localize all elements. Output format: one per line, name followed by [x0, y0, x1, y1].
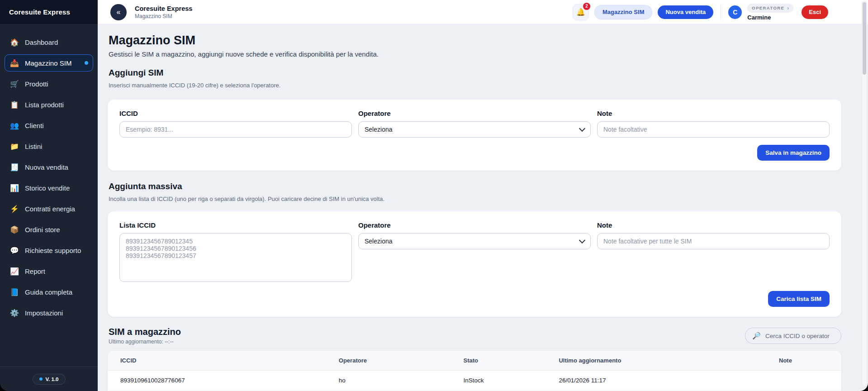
sidebar-item-prodotti[interactable]: 🛒 Prodotti: [5, 75, 93, 92]
operator-select[interactable]: Seleziona: [358, 121, 591, 138]
iccid-input[interactable]: [119, 121, 352, 138]
column-header: ICCID: [108, 351, 335, 371]
main-area: « Coresuite Express Magazzino SIM 🔔 2 Ma…: [98, 0, 868, 391]
sidebar-item-clienti[interactable]: 👥 Clienti: [5, 117, 93, 134]
sidebar-item-label: Storico vendite: [25, 184, 70, 192]
topbar-titles: Coresuite Express Magazzino SIM: [135, 5, 192, 19]
sidebar-item-label: Clienti: [25, 122, 44, 129]
role-pill[interactable]: OPERATORE ›: [747, 4, 793, 13]
note-label: Note: [597, 110, 830, 117]
chevron-down-icon: [579, 125, 585, 131]
sidebar-header: Coresuite Express: [0, 0, 98, 24]
sidebar-item-impostazioni[interactable]: ⚙️ Impostazioni: [5, 304, 93, 321]
stock-titles: SIM a magazzino Ultimo aggiornamento: --…: [108, 327, 181, 345]
sidebar-item-magazzino-sim[interactable]: 📥 Magazzino SIM: [5, 54, 93, 72]
add-sim-actions: Salva in magazzino: [119, 145, 830, 161]
sidebar-item-lista-prodotti[interactable]: 📋 Lista prodotti: [5, 96, 93, 113]
book-icon: 📘: [9, 288, 19, 296]
nuova-vendita-button[interactable]: Nuova vendita: [658, 5, 713, 19]
column-header: Ultimo aggiornamento: [555, 351, 775, 371]
sidebar-item-label: Dashboard: [25, 38, 58, 46]
avatar[interactable]: C: [728, 5, 742, 19]
topbar-actions: 🔔 2 Magazzino SIM Nuova vendita C OPERAT…: [573, 4, 828, 21]
status-dot: [39, 377, 43, 381]
sidebar-item-label: Impostazioni: [25, 309, 63, 317]
bulk-note-input[interactable]: [597, 233, 830, 249]
sidebar-item-label: Guida completa: [25, 288, 72, 296]
folder-icon: 📁: [9, 142, 19, 151]
table-row[interactable]: 8939109610028776067hoInStock26/01/2026 1…: [108, 371, 841, 391]
bar-chart-icon: 📊: [9, 184, 19, 192]
notifications-button[interactable]: 🔔 2: [573, 4, 589, 20]
sidebar-item-label: Magazzino SIM: [25, 59, 71, 67]
operator-label: Operatore: [358, 110, 591, 117]
home-icon: 🏠: [9, 38, 19, 47]
notification-badge: 2: [583, 3, 590, 10]
brand-title: Coresuite Express: [9, 8, 70, 16]
sidebar-item-contratti-energia[interactable]: ⚡ Contratti energia: [5, 200, 93, 217]
app-window: Coresuite Express 🏠 Dashboard 📥 Magazzin…: [0, 0, 868, 391]
vertical-scrollbar[interactable]: [862, 1, 867, 386]
bulk-add-form: Lista ICCID Operatore Seleziona Note: [119, 221, 830, 284]
search-input[interactable]: [764, 332, 834, 340]
table-cell: [775, 371, 841, 391]
sidebar-item-nuova-vendita[interactable]: 🧾 Nuova vendita: [5, 158, 93, 176]
bulk-note-label: Note: [597, 221, 830, 229]
page-title: Magazzino SIM: [109, 33, 841, 48]
bulk-operator-select[interactable]: Seleziona: [358, 233, 591, 249]
sidebar-item-label: Lista prodotti: [25, 101, 64, 109]
package-icon: 📦: [9, 225, 19, 234]
note-input[interactable]: [597, 121, 830, 138]
chat-bubble-icon: 💬: [9, 246, 19, 255]
sidebar-item-guida-completa[interactable]: 📘 Guida completa: [5, 283, 93, 300]
user-name: Carmine: [747, 14, 771, 21]
sidebar-item-ordini-store[interactable]: 📦 Ordini store: [5, 221, 93, 238]
add-sim-form: ICCID Operatore Seleziona Note: [119, 110, 830, 138]
chevron-right-icon: ›: [787, 5, 789, 11]
bulk-add-card: Lista ICCID Operatore Seleziona Note: [108, 211, 841, 317]
logout-button[interactable]: Esci: [802, 5, 828, 19]
lightning-icon: ⚡: [9, 205, 19, 213]
sidebar-item-listini[interactable]: 📁 Listini: [5, 138, 93, 155]
iccid-list-textarea[interactable]: [119, 233, 352, 282]
shopping-cart-icon: 🛒: [9, 80, 19, 88]
page-content: Magazzino SIM Gestisci le SIM a magazzin…: [98, 24, 868, 391]
table-cell: ho: [335, 371, 460, 391]
sidebar-item-label: Prodotti: [25, 80, 48, 88]
save-to-stock-button[interactable]: Salva in magazzino: [757, 145, 830, 161]
operator-select-value: Seleziona: [365, 126, 393, 133]
sidebar: Coresuite Express 🏠 Dashboard 📥 Magazzin…: [0, 0, 98, 391]
receipt-icon: 🧾: [9, 163, 19, 172]
collapse-sidebar-button[interactable]: «: [110, 4, 127, 20]
iccid-label: ICCID: [119, 110, 352, 117]
search-icon: 🔎: [752, 332, 761, 340]
sidebar-item-label: Nuova vendita: [25, 163, 68, 171]
clipboard-icon: 📋: [9, 100, 19, 109]
sidebar-item-label: Listini: [25, 143, 42, 150]
stock-search: 🔎: [745, 328, 841, 344]
nav-pill-magazzino-sim[interactable]: Magazzino SIM: [594, 5, 652, 19]
iccid-field-group: ICCID: [119, 110, 352, 138]
note-field-group: Note: [597, 110, 830, 138]
version-label: V. 1.0: [46, 377, 59, 382]
add-sim-description: Inserisci manualmente ICCID (19-20 cifre…: [109, 82, 841, 89]
table-cell: 26/01/2026 11:17: [555, 371, 775, 391]
scrollbar-thumb[interactable]: [863, 2, 866, 75]
sidebar-item-report[interactable]: 📈 Report: [5, 262, 93, 280]
bulk-operator-field-group: Operatore Seleziona: [358, 221, 591, 284]
sidebar-item-storico-vendite[interactable]: 📊 Storico vendite: [5, 179, 93, 196]
user-block: OPERATORE › Carmine: [747, 4, 793, 21]
column-header: Operatore: [335, 351, 460, 371]
topbar: « Coresuite Express Magazzino SIM 🔔 2 Ma…: [98, 0, 868, 24]
upload-sim-list-button[interactable]: Carica lista SIM: [768, 291, 830, 307]
sidebar-item-label: Contratti energia: [25, 205, 75, 213]
sidebar-item-dashboard[interactable]: 🏠 Dashboard: [5, 33, 93, 51]
sidebar-item-richieste-supporto[interactable]: 💬 Richieste supporto: [5, 242, 93, 259]
chart-up-icon: 📈: [9, 267, 19, 276]
sidebar-item-label: Report: [25, 267, 45, 275]
stock-table: ICCIDOperatoreStatoUltimo aggiornamentoN…: [108, 351, 841, 391]
table-cell: 8939109610028776067: [108, 371, 335, 391]
page-subtitle: Gestisci le SIM a magazzino, aggiungi nu…: [109, 50, 841, 58]
collapse-sidebar-icon: «: [117, 8, 121, 16]
active-dot: [85, 61, 88, 65]
